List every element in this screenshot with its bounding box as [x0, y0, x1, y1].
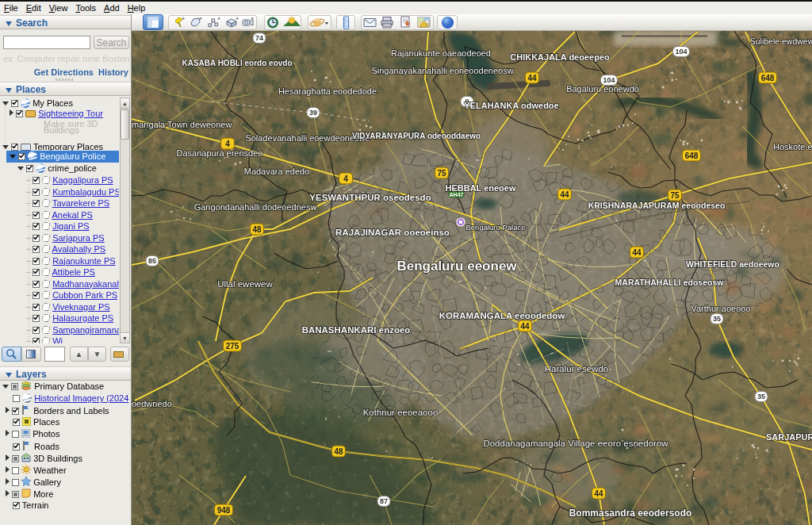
svg-text:Sulibele ewdwew: Sulibele ewdwew — [750, 36, 812, 46]
svg-text:48: 48 — [252, 225, 262, 234]
svg-text:CHIKKAJALA deoeepeo: CHIKKAJALA deoeepeo — [510, 52, 610, 62]
svg-text:VIDYARANYAPURA odeooddaewo: VIDYARANYAPURA odeooddaewo — [352, 132, 481, 140]
svg-text:+: + — [199, 16, 202, 21]
svg-text:104: 104 — [675, 48, 687, 56]
svg-text:48: 48 — [334, 447, 343, 456]
svg-text:Bengaluru Palace: Bengaluru Palace — [466, 223, 526, 232]
svg-text:44: 44 — [520, 322, 530, 331]
svg-text:75: 75 — [670, 191, 680, 200]
svg-text:Singanayakanahalli eoneoodeneo: Singanayakanahalli eoneoodeneosw — [371, 66, 513, 75]
svg-text:Doddanagamangala Village eeoro: Doddanagamangala Village eeoro esnedorow — [483, 439, 668, 448]
svg-text:+: + — [182, 16, 185, 21]
svg-text:85: 85 — [148, 257, 156, 265]
svg-text:+: + — [217, 16, 220, 21]
svg-text:oedwnedo: oedwnedo — [132, 399, 172, 408]
svg-text:Madavara ededo: Madavara ededo — [244, 167, 310, 176]
svg-text:KORAMANGALA eeoodedow: KORAMANGALA eeoodedow — [439, 311, 565, 320]
svg-text:87: 87 — [380, 497, 388, 505]
svg-text:Varthur aoeooo: Varthur aoeooo — [691, 304, 750, 313]
svg-text:KASABA HOBLI eordo eovdo: KASABA HOBLI eordo eovdo — [182, 59, 292, 67]
svg-text:75: 75 — [437, 169, 446, 178]
svg-text:Ullal ewewew: Ullal ewewew — [217, 279, 273, 289]
svg-text:104: 104 — [603, 76, 615, 84]
svg-text:Kothnur eeoeaooo: Kothnur eeoeaooo — [363, 408, 439, 417]
svg-text:Hoskote eoeeo: Hoskote eoeeo — [773, 142, 812, 151]
svg-text:KRISHNARAJAPURAM eeoodeseo: KRISHNARAJAPURAM eeoodeseo — [588, 201, 726, 210]
svg-text:948: 948 — [217, 506, 231, 515]
svg-text:Gangondanahalli dodeoednesw: Gangondanahalli dodeoednesw — [194, 202, 317, 212]
svg-text:Haralur esewdo: Haralur esewdo — [545, 364, 609, 374]
svg-text:Bommasandra eeodersodo: Bommasandra eeodersodo — [569, 508, 692, 519]
svg-text:Bagaluru eonewdo: Bagaluru eonewdo — [566, 84, 639, 94]
svg-text:SARJAPUR: SARJAPUR — [766, 432, 812, 442]
svg-text:BANASHANKARI enzoeo: BANASHANKARI enzoeo — [302, 325, 411, 335]
svg-text:HEBBAL eneoew: HEBBAL eneoew — [445, 183, 515, 193]
svg-text:+: + — [251, 16, 254, 21]
svg-text:YESWANTHPUR oseodesdo: YESWANTHPUR oseodesdo — [309, 193, 431, 202]
svg-text:35: 35 — [757, 393, 765, 400]
svg-text:YELAHANKA odwedoe: YELAHANKA odwedoe — [464, 101, 558, 110]
svg-text:648: 648 — [685, 151, 699, 160]
svg-text:+: + — [236, 16, 239, 21]
svg-text:44: 44 — [594, 489, 603, 498]
svg-text:4: 4 — [343, 174, 348, 183]
svg-text:RAJAJINAGAR ooeoeinso: RAJAJINAGAR ooeoeinso — [335, 228, 450, 237]
svg-text:Bengaluru eeonew: Bengaluru eeonew — [396, 259, 517, 274]
svg-text:44: 44 — [527, 74, 537, 82]
svg-text:39: 39 — [309, 109, 317, 117]
svg-text:WHITEFIELD aedoeewo: WHITEFIELD aedoeewo — [686, 259, 779, 269]
svg-text:648: 648 — [761, 74, 775, 82]
svg-text:275: 275 — [226, 342, 239, 351]
svg-text:74: 74 — [255, 34, 263, 42]
svg-text:35: 35 — [713, 315, 721, 323]
svg-text:mangala Town deweonew: mangala Town deweonew — [132, 120, 232, 129]
svg-text:4: 4 — [225, 140, 230, 148]
svg-text:Rajanukunte oaeaodeoed: Rajanukunte oaeaodeoed — [391, 48, 491, 58]
svg-text:Dasanapura erensdeo: Dasanapura erensdeo — [177, 148, 263, 158]
svg-text:MARATHAHALLI edoseosw: MARATHAHALLI edoseosw — [615, 278, 725, 287]
svg-text:44: 44 — [632, 248, 642, 257]
svg-text:Hesaraghatta eoodedode: Hesaraghatta eoodedode — [278, 86, 377, 96]
svg-text:44: 44 — [560, 190, 569, 199]
